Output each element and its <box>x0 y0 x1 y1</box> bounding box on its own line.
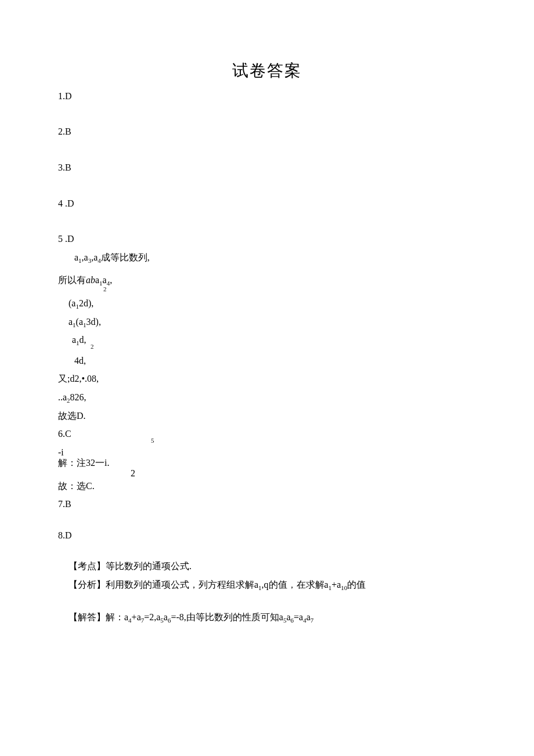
a5-l8-rest: 826, <box>70 392 86 402</box>
a5-l4-rest: 3d), <box>86 317 101 327</box>
a8-fenxi-m1: ,q的值，在求解a <box>262 580 329 589</box>
a6-sup5: 5 <box>151 436 154 446</box>
answer-1: 1.D <box>58 89 476 104</box>
a5-l4-open: (a <box>76 317 83 327</box>
a8-fenxi-s3: 10 <box>341 584 347 591</box>
a6-sub2: 2 <box>131 466 135 481</box>
answer-6-tail: 故：选C. <box>58 479 476 494</box>
a5-l2-pre: 所以有 <box>58 275 86 285</box>
a8-fenxi-pre: 【分析】利用数列的通项公式，列方程组求解a <box>68 580 258 589</box>
answer-5-line9: 故选D. <box>58 408 476 424</box>
answer-8-fenxi: 【分析】利用数列的通项公式，列方程组求解a1,q的值，在求解a1+a10的值 <box>58 577 476 592</box>
a8-jd-m5: a <box>286 612 290 622</box>
answer-8-jieda: 【解答】解：a4+a7=2,a5a6=-8,由等比数列的性质可知a5a6=a4a… <box>58 610 476 625</box>
a6-main: 解：注32一i. <box>58 455 109 471</box>
answer-8-head: 8.D <box>58 528 476 543</box>
a8-jd-m2: =2,a <box>144 612 160 622</box>
page-title: 试卷答案 <box>58 58 476 84</box>
answer-5-line3: 2 (a12d), <box>58 296 476 311</box>
a8-jd-m6: =a <box>294 612 303 622</box>
a5-l5-rest: d, <box>80 335 86 345</box>
answer-2: 2.B <box>58 124 476 139</box>
a8-jd-s8: 7 <box>311 617 314 624</box>
answer-4: 4 .D <box>58 196 476 211</box>
a5-l1-tail: 成等比数列, <box>101 252 150 262</box>
a8-jd-pre: 【解答】解：a <box>68 612 128 622</box>
a5-l2-comma: , <box>110 275 112 285</box>
a5-l2-a2: a <box>103 275 107 285</box>
a5-l2-ab: ab <box>86 275 95 285</box>
answer-6-head: 6.C <box>58 426 476 442</box>
answer-5-block: 5 .D a1,a3,a4成等比数列, 所以有aba1a4, 2 (a12d),… <box>58 231 476 423</box>
answer-5-line2: 所以有aba1a4, <box>58 273 476 288</box>
a8-jd-m4: =-8,由等比数列的性质可知a <box>171 612 283 622</box>
a5-l3-open: (a <box>68 298 75 308</box>
a8-jd-m7: a <box>306 612 311 622</box>
answer-5-line5: a1d, <box>58 332 476 348</box>
a8-jd-m3: a <box>164 612 168 622</box>
answer-8-kaodian: 【考点】等比数列的通项公式. <box>58 559 476 574</box>
answer-6-block: 6.C 5 -i 解：注32一i. 2 故：选C. <box>58 426 476 493</box>
answer-3: 3.B <box>58 160 476 175</box>
answer-5-head: 5 .D <box>58 231 476 247</box>
answer-5-line7: 又;d2,•.08, <box>58 371 476 386</box>
a8-fenxi-tail: 的值 <box>347 580 366 589</box>
a5-l1-m2: ,a <box>91 252 98 262</box>
a5-l6-main: 4d, <box>74 356 86 366</box>
a5-l1-m1: ,a <box>82 252 88 262</box>
answer-7: 7.B <box>58 497 476 512</box>
answer-5-line6: 2 4d, <box>58 353 476 368</box>
a5-l8-dots: ..a <box>58 392 67 402</box>
answer-6-body: 5 -i 解：注32一i. 2 <box>58 445 476 471</box>
a8-fenxi-m2: +a <box>331 580 341 589</box>
a8-jd-m1: +a <box>132 612 141 622</box>
answer-5-line4: a1(a13d), <box>58 314 476 330</box>
answer-8-block: 8.D 【考点】等比数列的通项公式. 【分析】利用数列的通项公式，列方程组求解a… <box>58 528 476 624</box>
a5-l3-rest: 2d), <box>79 298 93 308</box>
answer-5-line1: a1,a3,a4成等比数列, <box>58 250 476 265</box>
answer-5-line8: ..a2826, <box>58 390 476 405</box>
